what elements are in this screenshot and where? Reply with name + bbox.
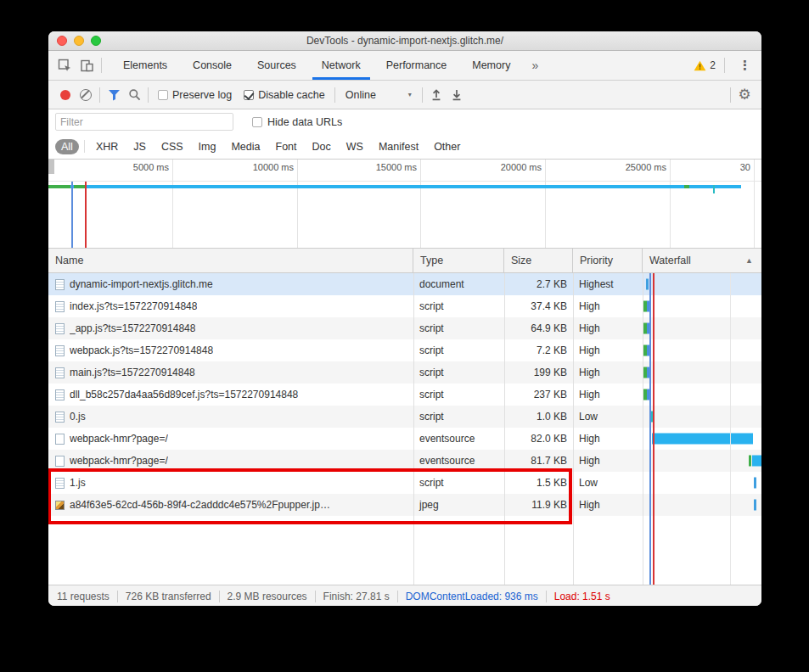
chip-img[interactable]: Img xyxy=(193,139,222,154)
tab-elements[interactable]: Elements xyxy=(110,51,180,80)
request-name: _app.js?ts=1572270914848 xyxy=(70,322,195,334)
cell-name: dll_b58c257da4aa56d89cef.js?ts=157227091… xyxy=(48,384,413,406)
tab-network[interactable]: Network xyxy=(309,51,374,80)
waterfall-bar xyxy=(647,345,649,356)
chip-all[interactable]: All xyxy=(55,139,79,154)
gear-icon: ⚙ xyxy=(738,87,750,102)
inspect-element-icon[interactable] xyxy=(53,55,76,76)
timeline-gridline xyxy=(297,160,298,248)
cell-type: script xyxy=(413,317,504,339)
table-row[interactable]: webpack.js?ts=1572270914848script7.2 KBH… xyxy=(48,339,761,361)
cell-priority: High xyxy=(573,339,643,361)
separator xyxy=(101,58,102,73)
checkbox-checked xyxy=(244,90,254,100)
chip-font[interactable]: Font xyxy=(270,139,303,154)
table-row[interactable]: index.js?ts=1572270914848script37.4 KBHi… xyxy=(48,295,761,317)
request-name: main.js?ts=1572270914848 xyxy=(70,367,195,378)
tab-performance[interactable]: Performance xyxy=(374,51,460,80)
table-row[interactable]: _app.js?ts=1572270914848script64.9 KBHig… xyxy=(48,317,761,339)
cell-name: 0.js xyxy=(48,406,413,428)
network-toolbar: Preserve log Disable cache Online ▾ xyxy=(48,81,761,109)
chip-xhr[interactable]: XHR xyxy=(90,139,124,154)
import-har-button[interactable] xyxy=(426,85,447,105)
chip-doc[interactable]: Doc xyxy=(306,139,337,154)
network-overview-timeline[interactable]: 5000 ms10000 ms15000 ms20000 ms25000 ms3… xyxy=(48,160,761,249)
clear-button[interactable] xyxy=(76,85,96,105)
hide-data-urls-label: Hide data URLs xyxy=(267,116,342,128)
table-row[interactable]: 0.jsscript1.0 KBLow xyxy=(48,406,761,428)
more-tabs-button[interactable]: » xyxy=(523,59,547,72)
fullscreen-button[interactable] xyxy=(91,36,101,46)
separator xyxy=(99,87,100,103)
table-row[interactable]: dll_b58c257da4aa56d89cef.js?ts=157227091… xyxy=(48,384,761,406)
waterfall-bar xyxy=(647,301,649,312)
filter-input[interactable] xyxy=(55,113,233,131)
request-name: dll_b58c257da4aa56d89cef.js?ts=157227091… xyxy=(70,389,298,400)
column-header-name[interactable]: Name xyxy=(48,249,413,272)
cell-waterfall xyxy=(643,450,761,472)
throttling-dropdown[interactable]: Online ▾ xyxy=(346,89,412,101)
timeline-tick-label: 10000 ms xyxy=(253,162,297,172)
column-header-type[interactable]: Type xyxy=(413,249,504,272)
separator xyxy=(546,591,547,602)
tab-sources[interactable]: Sources xyxy=(244,51,309,80)
column-header-size[interactable]: Size xyxy=(504,249,573,272)
search-icon xyxy=(128,88,141,101)
column-label: Priority xyxy=(580,255,613,266)
column-label: Waterfall xyxy=(649,255,691,266)
device-toolbar-icon[interactable] xyxy=(76,55,98,76)
warnings-badge[interactable]: 2 xyxy=(694,59,716,71)
cell-name: dynamic-import-nextjs.glitch.me xyxy=(48,273,413,295)
document-file-icon xyxy=(55,323,65,334)
tab-memory[interactable]: Memory xyxy=(459,51,523,80)
chip-other[interactable]: Other xyxy=(428,139,466,154)
separator xyxy=(730,87,731,103)
resource-type-filters: AllXHRJSCSSImgMediaFontDocWSManifestOthe… xyxy=(48,134,761,160)
export-har-button[interactable] xyxy=(447,85,467,105)
chip-manifest[interactable]: Manifest xyxy=(373,139,424,154)
disable-cache-checkbox[interactable]: Disable cache xyxy=(244,89,325,101)
close-button[interactable] xyxy=(57,36,67,46)
chevron-down-icon: ▾ xyxy=(408,91,412,98)
cell-type: script xyxy=(413,339,504,361)
sort-ascending-icon: ▲ xyxy=(745,256,753,265)
table-row[interactable]: main.js?ts=1572270914848script199 KBHigh xyxy=(48,361,761,384)
filter-toggle-button[interactable] xyxy=(104,85,124,105)
timeline-gridline xyxy=(545,160,546,248)
search-button[interactable] xyxy=(124,85,144,105)
separator xyxy=(117,591,118,602)
resource-file-icon xyxy=(55,434,65,445)
record-button[interactable] xyxy=(55,85,76,105)
requests-table: NameTypeSizePriorityWaterfall▲ dynamic-i… xyxy=(48,249,761,585)
table-row[interactable]: dynamic-import-nextjs.glitch.medocument2… xyxy=(48,273,761,295)
document-file-icon xyxy=(55,301,65,312)
tab-console[interactable]: Console xyxy=(180,51,244,80)
timeline-gridline xyxy=(754,160,755,248)
preserve-log-checkbox[interactable]: Preserve log xyxy=(158,89,232,101)
cell-size: 7.2 KB xyxy=(504,339,573,361)
chip-css[interactable]: CSS xyxy=(155,139,189,154)
minimize-button[interactable] xyxy=(74,36,84,46)
chip-js[interactable]: JS xyxy=(127,139,152,154)
load-summary: Load: 1.51 s xyxy=(554,591,610,602)
chip-ws[interactable]: WS xyxy=(340,139,369,154)
column-header-waterfall[interactable]: Waterfall▲ xyxy=(643,249,761,272)
table-row[interactable]: webpack-hmr?page=/eventsource82.0 KBHigh xyxy=(48,428,761,450)
column-header-priority[interactable]: Priority xyxy=(573,249,643,272)
cell-size: 37.4 KB xyxy=(504,295,573,317)
resource-file-icon xyxy=(55,456,65,467)
overview-activity-bar xyxy=(49,185,741,188)
document-file-icon xyxy=(55,367,65,378)
hide-data-urls-checkbox[interactable]: Hide data URLs xyxy=(252,116,342,128)
separator xyxy=(219,591,220,602)
waterfall-bar xyxy=(647,367,650,378)
throttling-value: Online xyxy=(346,89,376,101)
separator xyxy=(84,140,85,153)
chip-media[interactable]: Media xyxy=(225,139,266,154)
document-file-icon xyxy=(55,412,65,423)
request-name: dynamic-import-nextjs.glitch.me xyxy=(70,278,213,290)
cell-size: 1.0 KB xyxy=(504,406,573,428)
kebab-menu-icon[interactable]: ⋮ xyxy=(733,58,756,73)
cell-waterfall xyxy=(643,494,761,516)
settings-button[interactable]: ⚙ xyxy=(734,85,755,105)
